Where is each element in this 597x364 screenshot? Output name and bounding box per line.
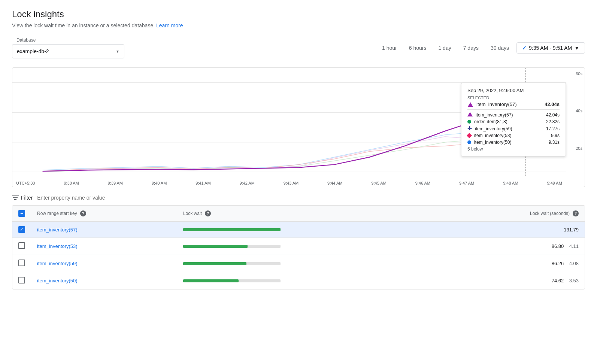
legend-icon-1 [467,120,471,124]
row-checkbox-cell-2[interactable] [12,255,31,272]
tooltip-selected-icon [467,102,473,107]
custom-range-label: 9:35 AM - 9:51 AM [529,45,572,51]
legend-value-1: 22.82s [546,119,560,124]
row-checkbox-1[interactable] [18,242,25,249]
chart-y-axis: 60s 40s 20s [566,68,585,187]
table-row: item_inventory(53) 86.80 4.11 [12,238,585,255]
legend-value-2: 17.27s [546,126,560,131]
learn-more-link[interactable]: Learn more [156,22,183,28]
legend-value-0: 42.04s [546,112,560,118]
lock-wait-help-icon[interactable]: ? [205,210,211,216]
row-checkbox-3[interactable] [18,277,25,283]
x-label-3: 9:40 AM [152,181,167,185]
database-select-wrapper[interactable]: example-db-2 ▼ [12,44,124,58]
legend-value-4: 9.31s [549,140,560,145]
progress-bar-fill-0 [183,228,281,231]
x-label-11: 9:48 AM [503,181,518,185]
chart-x-axis: UTC+5:30 9:38 AM 9:39 AM 9:40 AM 9:41 AM… [12,179,566,187]
row-progress-cell-2 [177,255,439,272]
time-btn-1day[interactable]: 1 day [434,43,455,53]
legend-item-1: order_item(81,8) 22.82s [467,119,560,124]
chart-container: 60s 40s 20s UTC+5:30 9:38 AM 9:39 AM 9:4… [12,67,585,187]
row-checkbox-0[interactable]: ✓ [18,226,25,233]
row-seconds-cell-3: 74.62 3.53 [439,272,585,289]
row-name-link-3[interactable]: item_inventory(50) [37,278,78,283]
x-label-10: 9:47 AM [459,181,474,185]
filter-input[interactable] [37,195,585,201]
progress-bar-fill-1 [183,245,248,248]
th-select[interactable]: − [12,206,31,222]
filter-row: Filter [12,195,585,201]
database-select[interactable]: example-db-2 [17,48,116,54]
time-btn-6hours[interactable]: 6 hours [404,43,431,53]
x-label-8: 9:45 AM [371,181,386,185]
row-name-cell-1: item_inventory(53) [31,238,177,255]
legend-icon-4 [467,140,471,144]
x-label-4: 9:41 AM [196,181,210,185]
y-axis-label-60: 60s [568,72,582,76]
lock-wait-seconds-help-icon[interactable]: ? [573,210,579,216]
legend-name-2: item_inventory(59) [475,126,543,131]
tooltip-selected-value: 42.04s [545,101,560,107]
th-lock-wait-label: Lock wait [183,211,202,216]
chart-inner: 60s 40s 20s UTC+5:30 9:38 AM 9:39 AM 9:4… [12,68,585,187]
progress-bar-1 [183,245,281,248]
th-lock-wait: Lock wait ? [177,206,439,222]
progress-bar-0 [183,228,281,231]
row-checkbox-cell-1[interactable] [12,238,31,255]
x-label-6: 9:43 AM [284,181,298,185]
progress-bar-2 [183,262,281,265]
time-range-controls: 1 hour 6 hours 1 day 7 days 30 days ✓ 9:… [378,42,585,54]
custom-time-range-button[interactable]: ✓ 9:35 AM - 9:51 AM ▼ [516,42,585,54]
row-progress-cell-3 [177,272,439,289]
svg-marker-8 [467,112,473,116]
table-row: item_inventory(50) 74.62 3.53 [12,272,585,289]
legend-icon-0 [467,112,473,118]
row-seconds-cell-2: 86.26 4.08 [439,255,585,272]
legend-icon-3 [467,134,471,137]
time-btn-7days[interactable]: 7 days [459,43,483,53]
lock-insights-table: − Row range start key ? Lock wait ? [12,206,585,289]
time-btn-30days[interactable]: 30 days [486,43,513,53]
legend-name-4: item_inventory(50) [474,140,546,145]
progress-bar-bg-0 [183,228,281,231]
th-lock-wait-seconds-label: Lock wait (seconds) [530,211,570,216]
legend-name-1: order_item(81,8) [474,119,543,124]
x-label-12: 9:49 AM [547,181,562,185]
filter-icon [12,195,19,200]
row-name-link-2[interactable]: item_inventory(59) [37,261,78,266]
time-btn-1hour[interactable]: 1 hour [378,43,401,53]
row-range-help-icon[interactable]: ? [80,210,86,216]
row-seconds-cell-0: 131.79 [439,222,585,238]
database-label: Database [15,37,124,43]
progress-bar-bg-2 [183,262,281,265]
row-checkbox-2[interactable] [18,260,25,266]
row-checkbox-cell-3[interactable] [12,272,31,289]
tooltip-selected-label: SELECTED [467,95,560,100]
progress-bar-fill-3 [183,279,239,282]
legend-name-0: item_inventory(57) [476,112,543,118]
row-name-cell-3: item_inventory(50) [31,272,177,289]
tooltip-divider [467,109,560,110]
row-name-link-0[interactable]: item_inventory(57) [37,227,78,233]
progress-bar-bg-3 [183,279,281,282]
tooltip-more-label: 5 below [467,146,560,152]
x-label-7: 9:44 AM [327,181,342,185]
row-name-link-1[interactable]: item_inventory(53) [37,243,78,249]
database-selector: Database example-db-2 ▼ [12,37,124,58]
progress-bar-3 [183,279,281,282]
row-progress-cell-0 [177,222,439,238]
dropdown-arrow-icon: ▼ [574,45,579,51]
chart-tooltip: Sep 29, 2022, 9:49:00 AM SELECTED item_i… [461,83,566,157]
row-progress-cell-1 [177,238,439,255]
check-icon: ✓ [522,45,527,51]
legend-icon-2: ✛ [467,126,472,131]
select-all-checkbox[interactable]: − [18,210,25,217]
row-checkbox-cell-0[interactable]: ✓ [12,222,31,238]
table-container: − Row range start key ? Lock wait ? [12,205,585,289]
x-label-5: 9:42 AM [240,181,255,185]
legend-name-3: item_inventory(53) [474,133,548,138]
x-label-2: 9:39 AM [108,181,123,185]
progress-bar-bg-1 [183,245,281,248]
chevron-down-icon: ▼ [116,49,119,54]
